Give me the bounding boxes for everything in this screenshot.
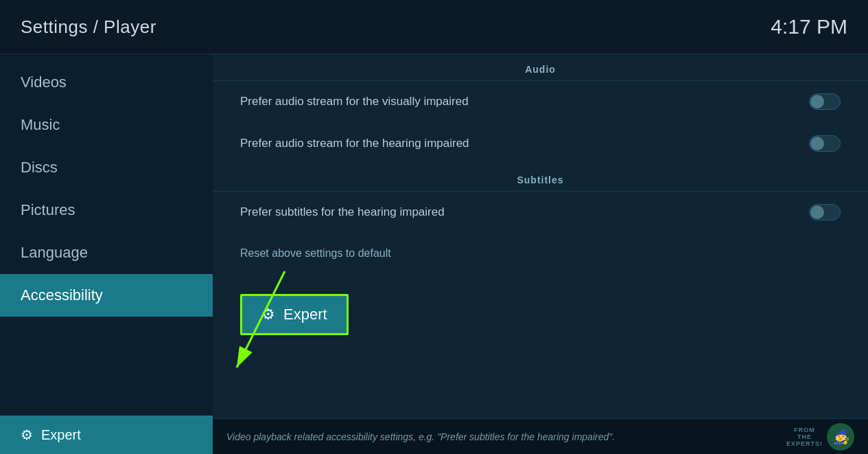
sidebar: Videos Music Discs Pictures Language Acc… xyxy=(0,54,213,454)
toggle-prefer-audio-visually-impaired[interactable] xyxy=(809,93,841,110)
clock: 4:17 PM xyxy=(771,15,847,38)
expert-button-label: Expert xyxy=(283,306,327,324)
sidebar-expert-button[interactable]: ⚙ Expert xyxy=(0,416,213,454)
header: Settings / Player 4:17 PM xyxy=(0,0,868,54)
setting-label-reset: Reset above settings to default xyxy=(240,247,391,260)
gear-icon: ⚙ xyxy=(261,306,275,324)
expert-mascot: 🧙 xyxy=(827,423,854,451)
sidebar-item-pictures[interactable]: Pictures xyxy=(0,189,213,231)
content-area: Audio Prefer audio stream for the visual… xyxy=(213,54,868,418)
setting-row-reset[interactable]: Reset above settings to default xyxy=(213,234,868,273)
setting-row-prefer-audio-visually-impaired[interactable]: Prefer audio stream for the visually imp… xyxy=(213,81,868,123)
status-text: Video playback related accessibility set… xyxy=(226,431,786,442)
page-title: Settings / Player xyxy=(21,16,156,38)
gear-icon: ⚙ xyxy=(21,427,33,443)
subtitles-section-header: Subtitles xyxy=(213,165,868,192)
expert-button[interactable]: ⚙ Expert xyxy=(240,294,349,335)
setting-row-prefer-subtitles-hearing-impaired[interactable]: Prefer subtitles for the hearing impaire… xyxy=(213,192,868,234)
sidebar-item-videos[interactable]: Videos xyxy=(0,61,213,104)
sidebar-item-music[interactable]: Music xyxy=(0,104,213,146)
sidebar-expert-label: Expert xyxy=(41,427,81,443)
toggle-prefer-subtitles-hearing-impaired[interactable] xyxy=(809,204,841,220)
setting-row-prefer-audio-hearing-impaired[interactable]: Prefer audio stream for the hearing impa… xyxy=(213,123,868,165)
from-experts-text: FROM THE EXPERTS! xyxy=(786,427,823,447)
setting-label-prefer-audio-visually-impaired: Prefer audio stream for the visually imp… xyxy=(240,95,469,109)
from-experts-container: FROM THE EXPERTS! 🧙 xyxy=(786,423,854,451)
status-bar: Video playback related accessibility set… xyxy=(213,418,868,454)
expert-button-container: ⚙ Expert xyxy=(213,273,868,356)
sidebar-item-language[interactable]: Language xyxy=(0,231,213,274)
main-content: Audio Prefer audio stream for the visual… xyxy=(213,54,868,454)
setting-label-prefer-subtitles-hearing-impaired: Prefer subtitles for the hearing impaire… xyxy=(240,205,445,219)
sidebar-item-discs[interactable]: Discs xyxy=(0,146,213,189)
setting-label-prefer-audio-hearing-impaired: Prefer audio stream for the hearing impa… xyxy=(240,137,469,150)
toggle-prefer-audio-hearing-impaired[interactable] xyxy=(809,135,841,152)
main-layout: Videos Music Discs Pictures Language Acc… xyxy=(0,54,868,454)
sidebar-item-accessibility[interactable]: Accessibility xyxy=(0,274,213,317)
audio-section-header: Audio xyxy=(213,54,868,81)
sidebar-bottom: ⚙ Expert xyxy=(0,416,213,454)
